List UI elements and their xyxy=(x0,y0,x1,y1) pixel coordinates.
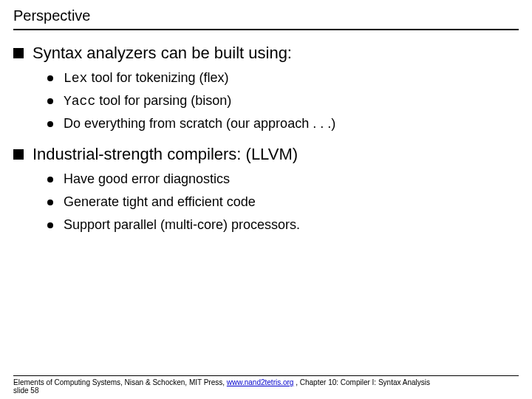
square-bullet-icon xyxy=(13,149,24,160)
footer: Elements of Computing Systems, Nisan & S… xyxy=(13,375,519,395)
slide: Perspective Syntax analyzers can be buil… xyxy=(0,0,532,399)
sub-rest: Support parallel (multi-core) processors… xyxy=(64,217,300,232)
dot-bullet-icon xyxy=(47,200,53,205)
sub-item-text: Do everything from scratch (our approach… xyxy=(64,116,335,132)
sub-item: Support parallel (multi-core) processors… xyxy=(47,217,519,233)
sub-item: Generate tight and efficient code xyxy=(47,194,519,210)
sub-item-text: Lex tool for tokenizing (flex) xyxy=(64,70,229,86)
footer-slide-number: slide 58 xyxy=(13,386,519,395)
sub-mono: Yacc xyxy=(64,94,95,109)
sub-item-text: Support parallel (multi-core) processors… xyxy=(64,217,300,233)
dot-bullet-icon xyxy=(47,98,53,104)
sub-rest: Do everything from scratch (our approach… xyxy=(64,116,335,131)
sub-rest: Generate tight and efficient code xyxy=(64,194,256,209)
footer-line: Elements of Computing Systems, Nisan & S… xyxy=(13,378,519,386)
sub-rest: Have good error diagnostics xyxy=(64,171,230,186)
bullet-2-text: Industrial-strength compilers: (LLVM) xyxy=(33,145,298,164)
dot-bullet-icon xyxy=(47,177,53,183)
footer-divider xyxy=(13,375,519,376)
bullet-1: Syntax analyzers can be built using: xyxy=(13,44,519,63)
dot-bullet-icon xyxy=(47,121,53,127)
sub-item: Do everything from scratch (our approach… xyxy=(47,116,519,132)
bullet-1-text: Syntax analyzers can be built using: xyxy=(33,44,292,63)
dot-bullet-icon xyxy=(47,75,53,81)
sub-rest: tool for parsing (bison) xyxy=(95,93,231,108)
sub-item-text: Generate tight and efficient code xyxy=(64,194,256,210)
sub-item: Have good error diagnostics xyxy=(47,171,519,187)
footer-prefix: Elements of Computing Systems, Nisan & S… xyxy=(13,378,227,386)
sub-item: Lex tool for tokenizing (flex) xyxy=(47,70,519,86)
sub-rest: tool for tokenizing (flex) xyxy=(87,70,228,85)
slide-title: Perspective xyxy=(13,7,519,27)
title-divider xyxy=(13,29,519,30)
bullet-2: Industrial-strength compilers: (LLVM) xyxy=(13,145,519,164)
bullet-2-subs: Have good error diagnostics Generate tig… xyxy=(47,171,519,233)
dot-bullet-icon xyxy=(47,222,53,228)
sub-item-text: Have good error diagnostics xyxy=(64,171,230,187)
sub-mono: Lex xyxy=(64,71,87,86)
footer-link[interactable]: www.nand2tetris.org xyxy=(227,378,294,386)
bullet-1-subs: Lex tool for tokenizing (flex) Yacc tool… xyxy=(47,70,519,132)
sub-item: Yacc tool for parsing (bison) xyxy=(47,93,519,109)
footer-suffix: , Chapter 10: Compiler I: Syntax Analysi… xyxy=(293,378,430,386)
square-bullet-icon xyxy=(13,48,24,58)
sub-item-text: Yacc tool for parsing (bison) xyxy=(64,93,231,109)
